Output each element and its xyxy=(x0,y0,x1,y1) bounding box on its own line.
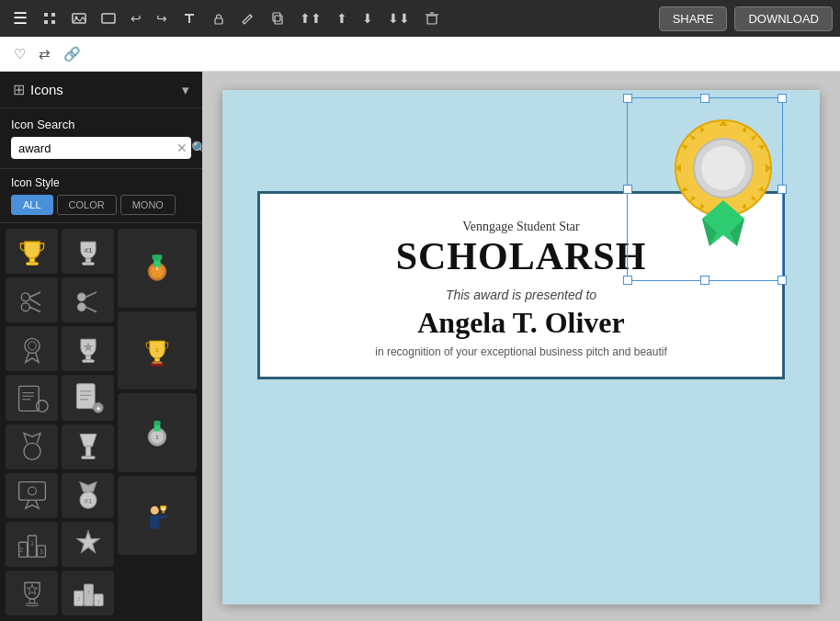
panel-icon-area: ⊞ Icons xyxy=(13,81,63,98)
share-button[interactable]: SHARE xyxy=(659,6,728,31)
redo-btn[interactable]: ↪ xyxy=(151,7,173,29)
certificate-main-title: SCHOLARSH xyxy=(396,234,647,278)
svg-rect-15 xyxy=(26,262,38,265)
style-buttons: ALL COLOR MONO xyxy=(11,195,191,215)
list-item[interactable] xyxy=(62,424,114,469)
svg-point-30 xyxy=(28,487,36,495)
svg-point-21 xyxy=(24,338,39,353)
list-item[interactable]: 2 1 3 xyxy=(62,570,114,615)
svg-rect-11 xyxy=(427,16,437,24)
left-panel: ⊞ Icons ▾ Icon Search ✕ 🔍 Icon Style ALL… xyxy=(0,72,202,621)
svg-line-46 xyxy=(85,307,96,311)
list-item[interactable]: ★ xyxy=(62,375,114,420)
style-color-button[interactable]: COLOR xyxy=(57,195,117,215)
certificate-wrapper: Venngage Student Star SCHOLARSH This awa… xyxy=(222,90,820,604)
list-item[interactable] xyxy=(6,424,58,469)
delete-btn[interactable] xyxy=(419,7,445,29)
svg-text:#1: #1 xyxy=(84,497,92,505)
canvas-area[interactable]: Venngage Student Star SCHOLARSH This awa… xyxy=(202,72,840,621)
svg-point-16 xyxy=(21,293,29,301)
list-item[interactable]: #1 xyxy=(62,229,114,274)
svg-point-28 xyxy=(24,443,40,459)
list-item[interactable]: 1 xyxy=(118,229,197,308)
svg-text:2: 2 xyxy=(77,596,80,602)
svg-rect-39 xyxy=(26,604,38,606)
svg-rect-82 xyxy=(163,512,165,513)
list-item[interactable] xyxy=(62,522,114,567)
list-item[interactable] xyxy=(6,229,58,274)
svg-text:2: 2 xyxy=(19,547,23,553)
icons-col-left: 2 1 3 xyxy=(6,229,58,615)
shapes-icon-btn[interactable] xyxy=(96,7,121,29)
svg-rect-10 xyxy=(273,13,280,21)
svg-text:3: 3 xyxy=(40,548,43,555)
panel-collapse-arrow[interactable]: ▾ xyxy=(182,82,189,98)
svg-point-44 xyxy=(77,302,85,310)
svg-point-80 xyxy=(151,506,159,514)
svg-rect-2 xyxy=(44,20,48,24)
certificate-recipient-name: Angela T. Oliver xyxy=(417,306,624,340)
style-mono-button[interactable]: MONO xyxy=(120,195,176,215)
list-item[interactable] xyxy=(6,570,58,615)
copy-btn[interactable] xyxy=(265,7,290,29)
favorite-btn[interactable]: ♡ xyxy=(9,42,30,66)
svg-marker-37 xyxy=(27,584,37,594)
svg-rect-41 xyxy=(85,258,90,263)
certificate-presented-text: This award is presented to xyxy=(446,288,596,302)
search-submit-button[interactable]: 🔍 xyxy=(191,141,202,155)
menu-button[interactable]: ☰ xyxy=(7,5,33,32)
svg-rect-74 xyxy=(151,364,164,367)
list-item[interactable]: 2 1 3 xyxy=(6,522,58,567)
search-input-wrap: ✕ 🔍 xyxy=(11,137,191,159)
list-item[interactable] xyxy=(6,473,58,518)
second-toolbar: ♡ ⇄ 🔗 xyxy=(0,37,840,72)
svg-line-19 xyxy=(29,307,40,311)
download-button[interactable]: DOWNLOAD xyxy=(734,6,833,31)
svg-point-43 xyxy=(77,293,85,301)
svg-rect-72 xyxy=(154,358,159,362)
image-icon-btn[interactable] xyxy=(66,7,92,29)
list-item[interactable]: #1 xyxy=(62,473,114,518)
search-input[interactable] xyxy=(18,141,173,155)
move-up-btn[interactable]: ⬆⬆ xyxy=(294,7,327,29)
lock-btn[interactable] xyxy=(206,7,232,29)
svg-rect-79 xyxy=(150,515,160,528)
main-area: ⊞ Icons ▾ Icon Search ✕ 🔍 Icon Style ALL… xyxy=(0,72,840,621)
grid-icon: ⊞ xyxy=(13,81,25,98)
icon-style-label: Icon Style xyxy=(11,176,191,189)
svg-rect-48 xyxy=(85,356,90,360)
list-item[interactable]: 1 xyxy=(118,311,197,390)
undo-btn[interactable]: ↩ xyxy=(125,7,147,29)
swap-btn[interactable]: ⇄ xyxy=(34,42,55,66)
list-item[interactable]: 1 xyxy=(118,393,197,472)
style-all-button[interactable]: ALL xyxy=(11,195,53,215)
link-btn[interactable]: 🔗 xyxy=(59,42,85,66)
move-down-all-btn[interactable]: ⬇⬇ xyxy=(382,7,415,29)
search-clear-button[interactable]: ✕ xyxy=(176,141,187,155)
edit-btn[interactable] xyxy=(235,7,261,29)
list-item[interactable] xyxy=(6,375,58,420)
list-item[interactable] xyxy=(6,277,58,322)
icons-col-color: 1 1 xyxy=(118,229,197,615)
list-item[interactable] xyxy=(6,326,58,371)
svg-line-18 xyxy=(29,292,40,297)
svg-rect-7 xyxy=(215,18,222,24)
svg-rect-81 xyxy=(159,514,168,520)
list-item[interactable] xyxy=(62,277,114,322)
text-btn[interactable] xyxy=(176,7,202,29)
toolbar-left: ☰ ↩ ↪ ⬆⬆ ⬆ ⬇ ⬇⬇ xyxy=(7,5,445,32)
svg-rect-73 xyxy=(153,361,163,363)
list-item[interactable] xyxy=(118,476,197,555)
move-up-one-btn[interactable]: ⬆ xyxy=(331,7,353,29)
svg-marker-60 xyxy=(77,532,98,553)
handle-top-left[interactable] xyxy=(623,94,632,103)
list-item[interactable] xyxy=(62,326,114,371)
svg-rect-83 xyxy=(162,513,165,514)
svg-rect-1 xyxy=(51,13,55,17)
panel-title: Icons xyxy=(30,82,63,97)
svg-rect-57 xyxy=(82,457,95,459)
move-down-btn[interactable]: ⬇ xyxy=(357,7,379,29)
svg-text:1: 1 xyxy=(156,435,159,440)
import-icon-btn[interactable] xyxy=(37,7,62,29)
icon-search-label: Icon Search xyxy=(11,118,191,131)
